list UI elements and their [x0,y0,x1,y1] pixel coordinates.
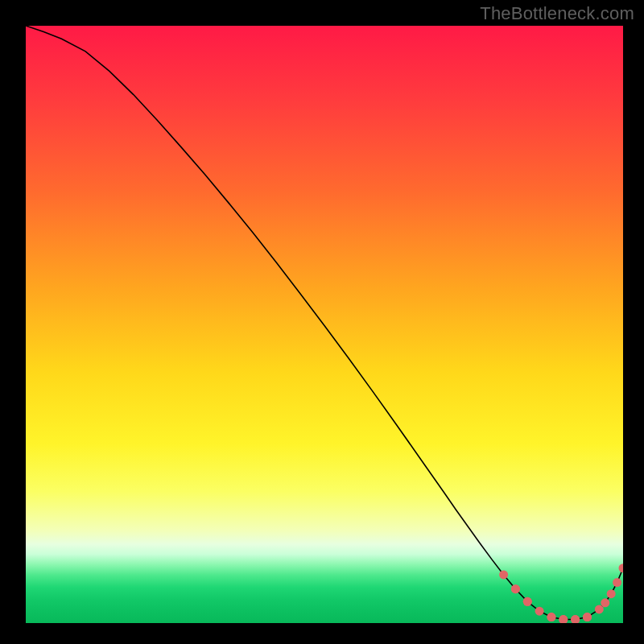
plot-area [26,26,623,623]
watermark-text: TheBottleneck.com [480,3,634,24]
data-marker [535,607,544,616]
data-marker [583,613,592,621]
data-marker [523,597,532,606]
data-marker [511,584,520,593]
data-marker [559,615,568,623]
curve-group [26,26,623,623]
bottleneck-curve [26,26,623,620]
curve-svg [26,26,623,623]
data-marker [619,564,624,572]
data-marker [613,578,621,587]
data-marker [547,613,555,621]
data-marker [595,605,604,613]
data-marker [499,570,508,579]
data-marker [571,615,580,623]
data-marker [601,598,609,607]
data-marker [607,589,616,598]
chart-container: TheBottleneck.com [0,0,644,644]
